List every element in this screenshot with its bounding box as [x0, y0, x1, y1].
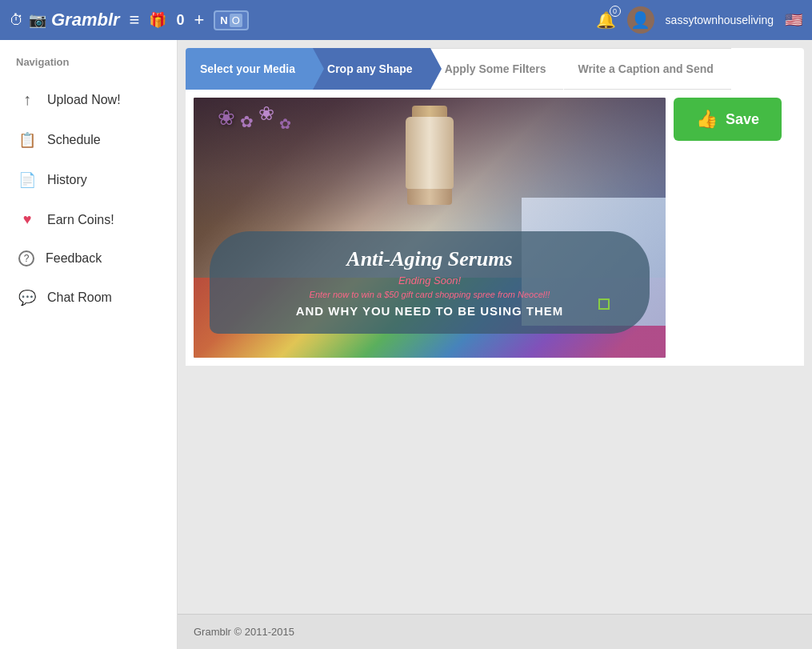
gift-icon[interactable]: 🎁 — [149, 11, 166, 29]
main-content: Select your Media Crop any Shape Apply S… — [178, 40, 812, 649]
image-marker — [598, 298, 610, 310]
brand-name: Gramblr — [51, 10, 120, 30]
clock-icon[interactable]: ⏱ — [10, 12, 24, 29]
bubble-footer: AND WHY YOU NEED TO BE USING THEM — [234, 304, 626, 318]
bell-badge: 0 — [610, 6, 621, 17]
image-background: ❀ ✿ ❀ ✿ — [194, 98, 666, 358]
flower-far: ✿ — [279, 115, 291, 133]
avatar[interactable]: 👤 — [627, 6, 654, 34]
sidebar-item-feedback[interactable]: ? Feedback — [0, 239, 177, 278]
bottle-body — [406, 117, 454, 189]
text-bubble: Anti-Aging Serums Ending Soon! Enter now… — [210, 231, 650, 334]
save-thumb-icon: 👍 — [696, 109, 718, 130]
step-select-media-label: Select your Media — [200, 62, 295, 75]
step-crop-shape-label: Crop any Shape — [327, 62, 413, 75]
image-container[interactable]: ❀ ✿ ❀ ✿ — [194, 98, 666, 358]
footer: Gramblr © 2011-2015 — [178, 614, 812, 649]
sidebar-item-schedule[interactable]: 📋 Schedule — [0, 120, 177, 160]
sidebar-section-label: Navigation — [0, 56, 177, 79]
feedback-icon: ? — [18, 250, 34, 266]
sidebar-item-upload[interactable]: ↑ Upload Now! — [0, 79, 177, 120]
layout: Navigation ↑ Upload Now! 📋 Schedule 📄 Hi… — [0, 40, 812, 649]
step-select-media[interactable]: Select your Media — [186, 48, 313, 90]
nav-toggle[interactable]: N O — [214, 10, 249, 30]
top-navigation: ⏱ 📷 Gramblr ≡ 🎁 0 + N O 🔔 0 👤 sassytownh… — [0, 0, 812, 40]
save-button-label: Save — [726, 111, 759, 128]
chat-icon: 💬 — [18, 289, 36, 306]
nav-count: 0 — [176, 12, 184, 29]
flower-right: ❀ — [258, 102, 274, 125]
sidebar-item-label-schedule: Schedule — [47, 133, 101, 147]
schedule-icon: 📋 — [18, 131, 36, 149]
menu-icon[interactable]: ≡ — [130, 10, 140, 30]
step-caption-send-label: Write a Caption and Send — [578, 62, 713, 75]
footer-copyright: Gramblr © 2011-2015 — [194, 626, 294, 638]
sidebar-item-label-feedback: Feedback — [46, 251, 102, 266]
flower-left: ❀ — [218, 106, 235, 130]
history-icon: 📄 — [18, 171, 36, 189]
step-apply-filters-label: Apply Some Filters — [445, 62, 546, 75]
image-area: ❀ ✿ ❀ ✿ — [186, 90, 804, 366]
image-row: ❀ ✿ ❀ ✿ — [194, 98, 796, 358]
username: sassytownhouseliving — [666, 14, 774, 26]
sidebar: Navigation ↑ Upload Now! 📋 Schedule 📄 Hi… — [0, 40, 178, 649]
camera-icon[interactable]: 📷 — [29, 11, 46, 29]
sidebar-item-history[interactable]: 📄 History — [0, 160, 177, 200]
sidebar-item-label-upload: Upload Now! — [47, 93, 121, 107]
bell-wrapper[interactable]: 🔔 0 — [596, 10, 616, 30]
plus-icon[interactable]: + — [194, 10, 204, 30]
bottle-base — [407, 189, 452, 205]
step-apply-filters[interactable]: Apply Some Filters — [430, 48, 564, 90]
topnav-right: 🔔 0 👤 sassytownhouseliving 🇺🇸 — [596, 6, 802, 34]
bubble-body: Enter now to win a $50 gift card shoppin… — [234, 290, 626, 299]
product-bottle-group — [406, 106, 454, 205]
brand: ⏱ 📷 Gramblr — [10, 10, 120, 30]
toggle-n: N — [220, 14, 227, 26]
sidebar-item-chatroom[interactable]: 💬 Chat Room — [0, 278, 177, 318]
upload-icon: ↑ — [18, 90, 36, 109]
sidebar-item-label-chatroom: Chat Room — [47, 290, 112, 305]
toggle-o: O — [230, 14, 242, 27]
step-caption-send[interactable]: Write a Caption and Send — [563, 48, 730, 90]
bubble-title: Anti-Aging Serums — [234, 247, 626, 271]
sidebar-item-earncoins[interactable]: ♥ Earn Coins! — [0, 200, 177, 239]
flag-icon[interactable]: 🇺🇸 — [785, 11, 802, 29]
save-button[interactable]: 👍 Save — [674, 98, 782, 141]
steps-bar: Select your Media Crop any Shape Apply S… — [186, 48, 804, 90]
bubble-subtitle: Ending Soon! — [234, 274, 626, 286]
step-crop-shape[interactable]: Crop any Shape — [313, 48, 430, 90]
sidebar-item-label-history: History — [47, 173, 87, 187]
bottle-cap — [412, 106, 447, 117]
topnav-left: ⏱ 📷 Gramblr ≡ 🎁 0 + N O — [10, 10, 583, 30]
heart-icon: ♥ — [18, 211, 36, 228]
sidebar-item-label-earncoins: Earn Coins! — [47, 213, 114, 227]
flower-mid: ✿ — [240, 112, 254, 131]
